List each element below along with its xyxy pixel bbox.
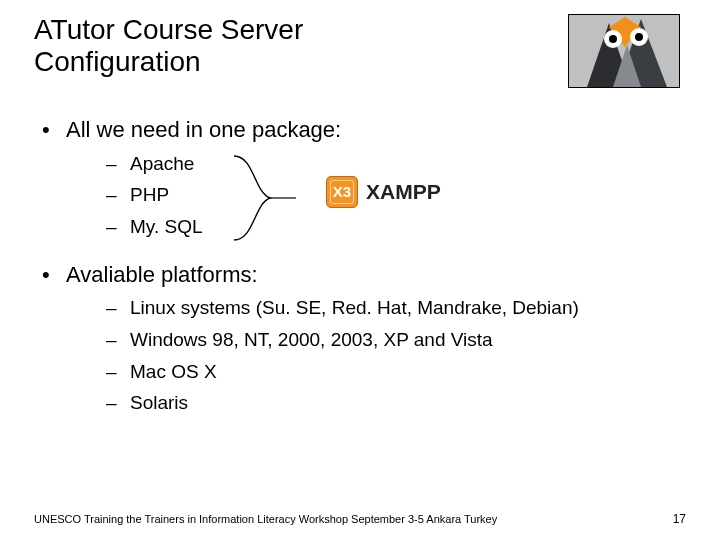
- sub-item: Mac OS X: [66, 358, 684, 386]
- slide-footer: UNESCO Training the Trainers in Informat…: [34, 512, 686, 526]
- svg-point-7: [609, 35, 617, 43]
- sub-item: Linux systems (Su. SE, Red. Hat, Mandrak…: [66, 294, 684, 322]
- footer-text: UNESCO Training the Trainers in Informat…: [34, 513, 497, 525]
- brace-icon: [226, 152, 316, 244]
- sub-item: Apache: [66, 150, 684, 178]
- slide: ATutor Course Server Configuration All w…: [0, 0, 720, 540]
- slide-title: ATutor Course Server Configuration: [34, 14, 454, 78]
- corner-logo: [568, 14, 680, 88]
- platforms-sublist: Linux systems (Su. SE, Red. Hat, Mandrak…: [66, 294, 684, 416]
- bullet-platforms: Avaliable platforms: Linux systems (Su. …: [36, 259, 684, 417]
- xampp-logo: X3 XAMPP: [326, 176, 441, 208]
- owl-logo-svg: [569, 15, 679, 87]
- xampp-text: XAMPP: [366, 177, 441, 207]
- main-bullet-list: All we need in one package: Apache PHP M…: [36, 114, 684, 417]
- slide-body: All we need in one package: Apache PHP M…: [0, 88, 720, 417]
- xampp-icon-glyph: X3: [333, 184, 351, 199]
- sub-item: Windows 98, NT, 2000, 2003, XP and Vista: [66, 326, 684, 354]
- title-row: ATutor Course Server Configuration: [0, 0, 720, 88]
- xampp-icon: X3: [326, 176, 358, 208]
- bullet-package: All we need in one package: Apache PHP M…: [36, 114, 684, 241]
- svg-point-8: [635, 33, 643, 41]
- bullet-label: Avaliable platforms:: [66, 262, 258, 287]
- sub-item: My. SQL: [66, 213, 684, 241]
- package-row: Apache PHP My. SQL X3 XAMPP: [66, 150, 684, 241]
- sub-item: Solaris: [66, 389, 684, 417]
- page-number: 17: [673, 512, 686, 526]
- bullet-label: All we need in one package:: [66, 117, 341, 142]
